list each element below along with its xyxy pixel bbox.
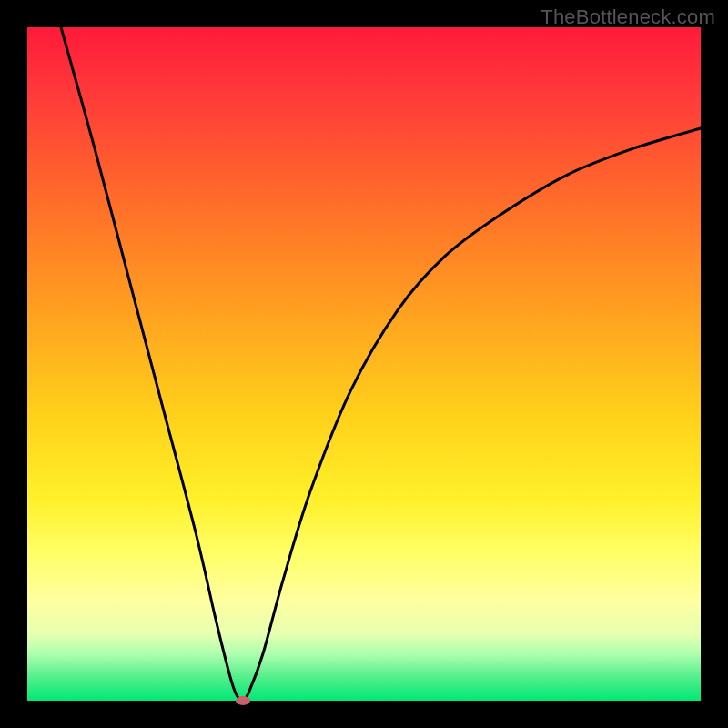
watermark-text: TheBottleneck.com — [541, 5, 715, 29]
curve-svg — [27, 27, 701, 701]
minimum-marker — [236, 696, 250, 705]
chart-frame: TheBottleneck.com — [0, 0, 728, 728]
bottleneck-curve — [61, 27, 701, 701]
plot-area — [27, 27, 701, 701]
